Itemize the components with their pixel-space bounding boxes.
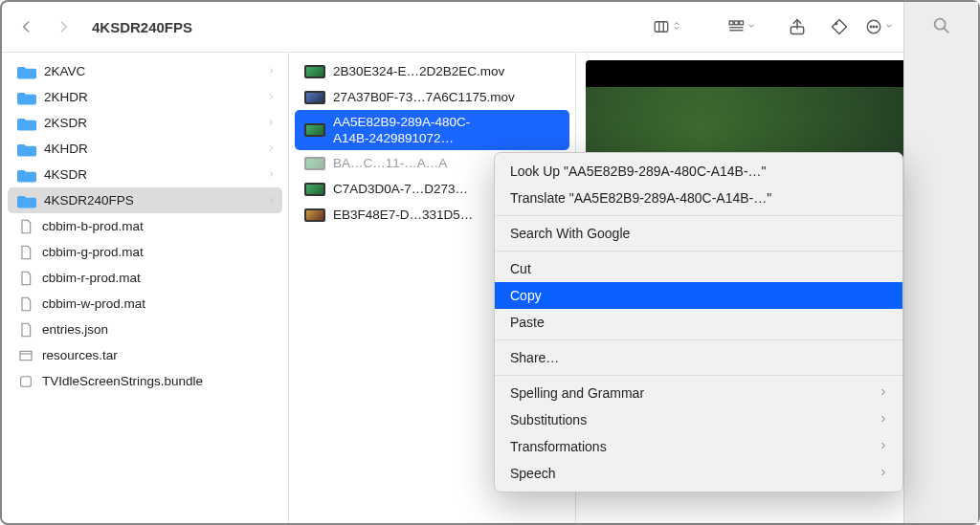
item-label: 2KHDR [44,90,259,104]
svg-point-13 [876,26,878,28]
folder-icon [17,142,36,157]
menu-label: Paste [510,315,545,330]
file-name: 2B30E324-E…2D2B2EC.mov [333,64,562,78]
sidebar-item[interactable]: TVIdleScreenStrings.bundle [8,368,282,394]
bundle-icon [17,372,34,391]
tags-button[interactable] [823,12,856,41]
folder-icon [17,167,36,183]
menu-speech[interactable]: Speech [495,460,902,487]
menu-transformations[interactable]: Transformations [495,433,902,460]
sidebar-item[interactable]: 4KSDR [8,162,282,187]
context-menu: Look Up "AA5E82B9-289A-480C-A14B-…" Tran… [494,152,903,492]
view-columns-button[interactable] [653,18,681,35]
sidebar-item[interactable]: 4KHDR [8,136,282,162]
menu-label: Translate "AA5E82B9-289A-480C-A14B-…" [510,190,771,206]
menu-lookup[interactable]: Look Up "AA5E82B9-289A-480C-A14B-…" [495,158,902,185]
column-1: 2KAVC 2KHDR 2KSDR 4KHDR 4KSDR [2,53,289,523]
menu-separator [495,251,902,252]
video-icon [304,123,325,137]
sidebar-item[interactable]: resources.tar [8,342,282,368]
menu-label: Share… [510,350,559,365]
menu-copy[interactable]: Copy [495,282,902,309]
sidebar-item[interactable]: 2KAVC [8,58,282,84]
file-name: AA5E82B9-289A-480C- A14B-2429891072… [333,114,470,146]
more-actions-button[interactable] [865,18,894,35]
window-title: 4KSDR240FPS [92,19,192,35]
search-icon[interactable] [931,15,952,39]
sidebar-item-selected[interactable]: 4KSDR240FPS [8,187,282,213]
sidebar-item[interactable]: cbbim-r-prod.mat [8,265,282,291]
chevron-right-icon [267,142,275,156]
video-icon [304,91,325,104]
menu-label: Transformations [510,439,607,454]
menu-translate[interactable]: Translate "AA5E82B9-289A-480C-A14B-…" [495,185,902,211]
svg-rect-4 [735,21,739,25]
menu-label: Substitutions [510,412,587,427]
document-icon [17,243,34,262]
chevron-down-icon [884,19,894,35]
item-label: cbbim-g-prod.mat [42,245,275,259]
item-label: 4KSDR [44,167,259,182]
group-by-button[interactable] [727,18,756,35]
back-button[interactable] [13,13,40,40]
svg-rect-16 [20,351,32,360]
item-label: 2KSDR [44,116,259,130]
menu-spelling-grammar[interactable]: Spelling and Grammar [495,380,902,406]
chevron-down-icon [746,19,756,35]
item-label: cbbim-r-prod.mat [42,271,275,285]
chevron-right-icon [879,412,887,427]
sidebar-item[interactable]: cbbim-b-prod.mat [8,213,282,239]
menu-label: Speech [510,466,555,481]
menu-label: Look Up "AA5E82B9-289A-480C-A14B-…" [510,164,767,179]
menu-separator [495,375,902,376]
menu-separator [495,215,902,216]
sidebar-item[interactable]: 2KSDR [8,110,282,136]
menu-cut[interactable]: Cut [495,255,902,282]
sidebar-item[interactable]: cbbim-w-prod.mat [8,291,282,317]
sidebar-item[interactable]: 2KHDR [8,84,282,110]
document-icon [17,320,34,339]
video-icon [304,183,325,196]
menu-label: Copy [510,288,542,303]
svg-point-11 [870,26,872,28]
sidebar-item[interactable]: entries.json [8,317,282,342]
toolbar: 4KSDR240FPS [2,2,978,52]
item-label: TVIdleScreenStrings.bundle [42,374,275,388]
menu-separator [495,339,902,340]
chevron-right-icon [879,439,887,454]
item-label: 4KHDR [44,142,259,156]
svg-rect-5 [740,21,744,25]
menu-label: Spelling and Grammar [510,385,644,401]
chevron-right-icon [267,193,275,208]
svg-point-19 [934,19,945,30]
share-button[interactable] [781,12,813,41]
forward-button[interactable] [50,13,77,40]
folder-icon [17,193,36,208]
video-icon [304,208,325,222]
file-item-selected[interactable]: AA5E82B9-289A-480C- A14B-2429891072… [295,110,569,150]
folder-icon [17,90,36,105]
menu-share[interactable]: Share… [495,344,902,371]
file-item[interactable]: 2B30E324-E…2D2B2EC.mov [295,58,569,84]
secondary-pane [903,2,978,523]
menu-label: Cut [510,261,531,276]
item-label: cbbim-w-prod.mat [42,296,275,311]
menu-search-google[interactable]: Search With Google [495,220,902,247]
file-item[interactable]: 27A37B0F-73…7A6C1175.mov [295,84,569,110]
svg-rect-3 [729,21,733,25]
file-name-line1: AA5E82B9-289A-480C- [333,114,470,130]
svg-point-9 [835,23,837,25]
folder-icon [17,64,36,79]
document-icon [17,217,34,236]
svg-rect-18 [21,376,32,386]
item-label: cbbim-b-prod.mat [42,219,275,233]
video-icon [304,65,325,78]
menu-label: Search With Google [510,226,630,241]
menu-substitutions[interactable]: Substitutions [495,406,902,433]
finder-window: 4KSDR240FPS 2KAVC [0,0,980,525]
sidebar-item[interactable]: cbbim-g-prod.mat [8,239,282,265]
archive-icon [17,346,34,365]
item-label: 4KSDR240FPS [44,193,259,208]
menu-paste[interactable]: Paste [495,309,902,336]
chevron-right-icon [267,64,275,78]
